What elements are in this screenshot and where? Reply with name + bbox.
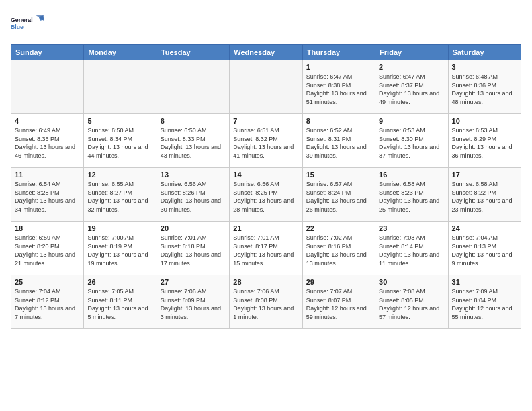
calendar-cell: 13 Sunrise: 6:56 AMSunset: 8:26 PMDaylig… bbox=[157, 168, 229, 222]
calendar-week-2: 4 Sunrise: 6:49 AMSunset: 8:35 PMDayligh… bbox=[11, 114, 521, 168]
calendar-cell: 9 Sunrise: 6:53 AMSunset: 8:30 PMDayligh… bbox=[375, 114, 448, 168]
calendar-cell: 26 Sunrise: 7:05 AMSunset: 8:11 PMDaylig… bbox=[84, 275, 157, 329]
day-info: Sunrise: 6:56 AMSunset: 8:26 PMDaylight:… bbox=[161, 180, 226, 214]
day-number: 10 bbox=[452, 117, 517, 125]
day-info: Sunrise: 7:00 AMSunset: 8:19 PMDaylight:… bbox=[87, 234, 152, 267]
day-info: Sunrise: 7:09 AMSunset: 8:04 PMDaylight:… bbox=[452, 287, 517, 321]
day-info: Sunrise: 6:47 AMSunset: 8:37 PMDaylight:… bbox=[379, 73, 444, 106]
day-number: 29 bbox=[306, 278, 371, 286]
calendar-cell: 21 Sunrise: 7:01 AMSunset: 8:17 PMDaylig… bbox=[230, 222, 302, 275]
day-info: Sunrise: 6:49 AMSunset: 8:35 PMDaylight:… bbox=[15, 126, 80, 160]
calendar-cell: 1 Sunrise: 6:47 AMSunset: 8:38 PMDayligh… bbox=[302, 60, 375, 114]
calendar-cell: 19 Sunrise: 7:00 AMSunset: 8:19 PMDaylig… bbox=[84, 222, 157, 275]
calendar-cell: 3 Sunrise: 6:48 AMSunset: 8:36 PMDayligh… bbox=[448, 60, 521, 114]
calendar-cell: 2 Sunrise: 6:47 AMSunset: 8:37 PMDayligh… bbox=[375, 60, 448, 114]
day-info: Sunrise: 6:55 AMSunset: 8:27 PMDaylight:… bbox=[87, 180, 152, 214]
calendar-cell bbox=[11, 60, 84, 114]
calendar-cell: 28 Sunrise: 7:06 AMSunset: 8:08 PMDaylig… bbox=[230, 275, 302, 329]
calendar-cell: 12 Sunrise: 6:55 AMSunset: 8:27 PMDaylig… bbox=[84, 168, 157, 222]
header-day-thursday: Thursday bbox=[302, 45, 375, 60]
day-info: Sunrise: 7:07 AMSunset: 8:07 PMDaylight:… bbox=[306, 287, 371, 321]
calendar-cell: 29 Sunrise: 7:07 AMSunset: 8:07 PMDaylig… bbox=[302, 275, 375, 329]
day-info: Sunrise: 6:48 AMSunset: 8:36 PMDaylight:… bbox=[452, 73, 517, 106]
calendar-cell bbox=[157, 60, 229, 114]
day-number: 7 bbox=[233, 117, 298, 125]
day-info: Sunrise: 6:50 AMSunset: 8:34 PMDaylight:… bbox=[87, 126, 152, 160]
day-number: 8 bbox=[306, 117, 371, 125]
calendar-cell: 27 Sunrise: 7:06 AMSunset: 8:09 PMDaylig… bbox=[157, 275, 229, 329]
calendar-cell: 5 Sunrise: 6:50 AMSunset: 8:34 PMDayligh… bbox=[84, 114, 157, 168]
calendar-cell: 15 Sunrise: 6:57 AMSunset: 8:24 PMDaylig… bbox=[302, 168, 375, 222]
day-number: 18 bbox=[15, 224, 80, 232]
day-number: 31 bbox=[452, 278, 517, 286]
day-number: 11 bbox=[15, 171, 80, 179]
day-info: Sunrise: 7:01 AMSunset: 8:17 PMDaylight:… bbox=[233, 234, 298, 267]
day-info: Sunrise: 7:04 AMSunset: 8:12 PMDaylight:… bbox=[15, 287, 80, 321]
day-info: Sunrise: 6:56 AMSunset: 8:25 PMDaylight:… bbox=[233, 180, 298, 214]
header-day-tuesday: Tuesday bbox=[157, 45, 229, 60]
header-day-wednesday: Wednesday bbox=[230, 45, 302, 60]
day-number: 27 bbox=[161, 278, 226, 286]
svg-text:General: General bbox=[11, 17, 33, 24]
day-number: 9 bbox=[379, 117, 444, 125]
calendar-cell bbox=[230, 60, 302, 114]
day-info: Sunrise: 6:51 AMSunset: 8:32 PMDaylight:… bbox=[233, 126, 298, 160]
day-info: Sunrise: 6:59 AMSunset: 8:20 PMDaylight:… bbox=[15, 234, 80, 267]
calendar-cell bbox=[84, 60, 157, 114]
day-info: Sunrise: 6:57 AMSunset: 8:24 PMDaylight:… bbox=[306, 180, 371, 214]
calendar-cell: 6 Sunrise: 6:50 AMSunset: 8:33 PMDayligh… bbox=[157, 114, 229, 168]
day-number: 28 bbox=[233, 278, 298, 286]
day-info: Sunrise: 6:53 AMSunset: 8:29 PMDaylight:… bbox=[452, 126, 517, 160]
day-info: Sunrise: 7:06 AMSunset: 8:09 PMDaylight:… bbox=[161, 287, 226, 321]
day-info: Sunrise: 7:02 AMSunset: 8:16 PMDaylight:… bbox=[306, 234, 371, 267]
calendar-cell: 31 Sunrise: 7:09 AMSunset: 8:04 PMDaylig… bbox=[448, 275, 521, 329]
header-day-saturday: Saturday bbox=[448, 45, 521, 60]
day-number: 26 bbox=[87, 278, 152, 286]
day-number: 1 bbox=[306, 63, 371, 71]
svg-text:Blue: Blue bbox=[11, 24, 24, 30]
header-day-monday: Monday bbox=[84, 45, 157, 60]
header-day-sunday: Sunday bbox=[11, 45, 84, 60]
day-number: 2 bbox=[379, 63, 444, 71]
header-day-friday: Friday bbox=[375, 45, 448, 60]
day-number: 3 bbox=[452, 63, 517, 71]
day-number: 20 bbox=[161, 224, 226, 232]
day-info: Sunrise: 6:54 AMSunset: 8:28 PMDaylight:… bbox=[15, 180, 80, 214]
day-number: 25 bbox=[15, 278, 80, 286]
day-number: 19 bbox=[87, 224, 152, 232]
logo: General Blue bbox=[11, 11, 44, 38]
calendar-week-1: 1 Sunrise: 6:47 AMSunset: 8:38 PMDayligh… bbox=[11, 60, 521, 114]
day-number: 22 bbox=[306, 224, 371, 232]
calendar-cell: 25 Sunrise: 7:04 AMSunset: 8:12 PMDaylig… bbox=[11, 275, 84, 329]
calendar-cell: 17 Sunrise: 6:58 AMSunset: 8:22 PMDaylig… bbox=[448, 168, 521, 222]
calendar-cell: 18 Sunrise: 6:59 AMSunset: 8:20 PMDaylig… bbox=[11, 222, 84, 275]
day-info: Sunrise: 6:53 AMSunset: 8:30 PMDaylight:… bbox=[379, 126, 444, 160]
day-info: Sunrise: 6:58 AMSunset: 8:23 PMDaylight:… bbox=[379, 180, 444, 214]
day-number: 12 bbox=[87, 171, 152, 179]
calendar-table: SundayMondayTuesdayWednesdayThursdayFrid… bbox=[11, 44, 521, 329]
day-number: 30 bbox=[379, 278, 444, 286]
day-number: 13 bbox=[161, 171, 226, 179]
calendar-cell: 24 Sunrise: 7:04 AMSunset: 8:13 PMDaylig… bbox=[448, 222, 521, 275]
calendar-cell: 7 Sunrise: 6:51 AMSunset: 8:32 PMDayligh… bbox=[230, 114, 302, 168]
day-info: Sunrise: 6:52 AMSunset: 8:31 PMDaylight:… bbox=[306, 126, 371, 160]
day-number: 6 bbox=[161, 117, 226, 125]
day-number: 24 bbox=[452, 224, 517, 232]
calendar-week-5: 25 Sunrise: 7:04 AMSunset: 8:12 PMDaylig… bbox=[11, 275, 521, 329]
day-number: 5 bbox=[87, 117, 152, 125]
day-info: Sunrise: 7:04 AMSunset: 8:13 PMDaylight:… bbox=[452, 234, 517, 267]
day-info: Sunrise: 6:47 AMSunset: 8:38 PMDaylight:… bbox=[306, 73, 371, 106]
day-number: 17 bbox=[452, 171, 517, 179]
day-info: Sunrise: 6:58 AMSunset: 8:22 PMDaylight:… bbox=[452, 180, 517, 214]
calendar-cell: 23 Sunrise: 7:03 AMSunset: 8:14 PMDaylig… bbox=[375, 222, 448, 275]
day-info: Sunrise: 7:06 AMSunset: 8:08 PMDaylight:… bbox=[233, 287, 298, 321]
header: General Blue bbox=[11, 11, 521, 38]
day-number: 14 bbox=[233, 171, 298, 179]
day-number: 16 bbox=[379, 171, 444, 179]
calendar-header-row: SundayMondayTuesdayWednesdayThursdayFrid… bbox=[11, 45, 521, 60]
calendar-cell: 10 Sunrise: 6:53 AMSunset: 8:29 PMDaylig… bbox=[448, 114, 521, 168]
logo-svg: General Blue bbox=[11, 11, 44, 38]
day-number: 21 bbox=[233, 224, 298, 232]
day-info: Sunrise: 7:05 AMSunset: 8:11 PMDaylight:… bbox=[87, 287, 152, 321]
calendar-cell: 30 Sunrise: 7:08 AMSunset: 8:05 PMDaylig… bbox=[375, 275, 448, 329]
